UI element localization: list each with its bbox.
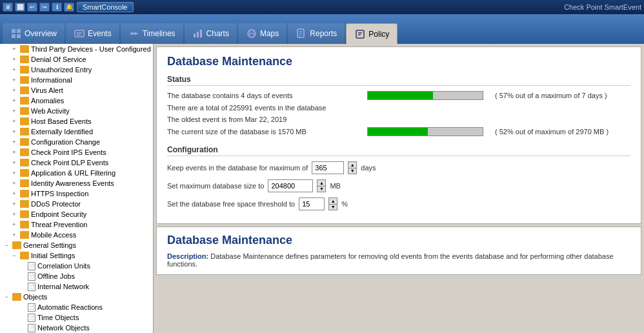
sidebar-item-virus-alert[interactable]: + Virus Alert (0, 85, 153, 96)
folder-icon (20, 97, 29, 105)
expand-icon: + (10, 76, 18, 84)
sidebar-item-correlation-units[interactable]: 📄 Correlation Units (0, 261, 153, 271)
sidebar-item-config-change[interactable]: + Configuration Change (0, 137, 153, 147)
tab-timelines[interactable]: Timelines (121, 23, 183, 44)
sidebar-item-threat[interactable]: + Threat Prevention (0, 219, 153, 230)
status-text-3: The oldest event is from Mar 22, 2019 (167, 116, 361, 123)
title-bar-left: 🖥 ⬜ ↩ ↪ ℹ 🔔 SmartConsole (3, 2, 134, 12)
size-spinner-down[interactable]: ▼ (317, 187, 325, 192)
smartconsole-button[interactable]: SmartConsole (77, 2, 134, 12)
tab-overview[interactable]: Overview (3, 23, 65, 44)
progress-fill-2 (368, 128, 428, 136)
sidebar-item-denial[interactable]: + Denial Of Service (0, 54, 153, 65)
sidebar: + Third Party Devices - User Configured … (0, 44, 154, 333)
tab-maps-label: Maps (260, 29, 279, 38)
sidebar-item-offline-jobs[interactable]: 📄 Offline Jobs (0, 271, 153, 281)
tab-events[interactable]: Events (66, 23, 119, 44)
folder-icon (20, 159, 29, 166)
config-input-threshold[interactable] (299, 197, 325, 210)
sidebar-item-label: Check Point IPS Events (31, 148, 106, 156)
sidebar-item-unauthorized[interactable]: + Unauthorized Entry (0, 65, 153, 75)
expand-icon (18, 262, 26, 270)
expand-icon: + (10, 97, 18, 105)
nav-bar: Overview Events Timelines Charts Maps Re… (0, 14, 644, 44)
sidebar-item-internal-network[interactable]: 📄 Internal Network (0, 281, 153, 292)
sidebar-item-label: Configuration Change (31, 138, 100, 146)
sidebar-item-label: Externally Identified (31, 128, 93, 136)
sidebar-item-label: Host Based Events (31, 117, 92, 125)
tab-maps[interactable]: Maps (238, 23, 287, 44)
sidebar-item-web-activity[interactable]: + Web Activity (0, 106, 153, 116)
doc-icon: 📄 (28, 303, 35, 312)
folder-icon (20, 179, 29, 187)
config-input-size[interactable] (268, 179, 313, 192)
sidebar-item-label: Initial Settings (31, 252, 75, 259)
sidebar-item-time-objects[interactable]: 📄 Time Objects (0, 312, 153, 323)
sidebar-item-label: Time Objects (37, 314, 79, 321)
tab-charts[interactable]: Charts (185, 23, 237, 44)
sidebar-item-https[interactable]: + HTTPS Inspection (0, 188, 153, 199)
sidebar-item-mobile[interactable]: + Mobile Access (0, 230, 153, 240)
tab-policy[interactable]: Policy (346, 23, 397, 44)
content-scroll[interactable]: Database Maintenance Status The database… (154, 44, 644, 333)
sidebar-section-objects[interactable]: − Objects (0, 292, 153, 302)
title-bar: 🖥 ⬜ ↩ ↪ ℹ 🔔 SmartConsole Check Point Sma… (0, 0, 644, 14)
expand-icon: + (10, 45, 18, 53)
expand-icon: + (10, 128, 18, 136)
expand-icon: + (10, 179, 18, 187)
sidebar-item-third-party[interactable]: + Third Party Devices - User Configured … (0, 44, 153, 54)
sidebar-item-label: Application & URL Filtering (31, 169, 116, 177)
config-row-2: Set maximum database size to ▲ ▼ MB (167, 179, 630, 192)
config-suffix-3: % (341, 200, 348, 208)
status-row-3: The oldest event is from Mar 22, 2019 (167, 116, 630, 123)
threshold-spinner: ▲ ▼ (328, 197, 337, 210)
tb-icon-4[interactable]: ℹ (52, 3, 62, 12)
days-spinner-up[interactable]: ▲ (348, 162, 356, 168)
sidebar-item-app-url[interactable]: + Application & URL Filtering (0, 168, 153, 178)
sidebar-item-checkpoint-dlp[interactable]: + Check Point DLP Events (0, 157, 153, 168)
threshold-spinner-up[interactable]: ▲ (329, 198, 337, 205)
tb-icon-2[interactable]: ↩ (27, 3, 37, 12)
sidebar-item-checkpoint-ips[interactable]: + Check Point IPS Events (0, 147, 153, 157)
folder-icon (20, 128, 29, 136)
sidebar-item-externally-identified[interactable]: + Externally Identified (0, 126, 153, 137)
svg-rect-12 (200, 30, 202, 37)
config-prefix-2: Set maximum database size to (167, 182, 264, 190)
tb-icon-3[interactable]: ↪ (39, 3, 50, 12)
sidebar-item-automatic-reactions[interactable]: 📄 Automatic Reactions (0, 302, 153, 312)
progress-label-2: ( 52% out of maximum of 2970 MB ) (495, 128, 609, 136)
sidebar-item-endpoint[interactable]: + Endpoint Security (0, 209, 153, 219)
desc-text: Database Maintenance defines parameters … (167, 252, 614, 268)
database-maintenance-panel: Database Maintenance Status The database… (156, 46, 641, 224)
desc-label: Description: (167, 252, 208, 260)
folder-icon (20, 56, 29, 63)
expand-icon: + (10, 107, 18, 115)
sidebar-section-general[interactable]: − General Settings (0, 240, 153, 250)
threshold-spinner-down[interactable]: ▼ (329, 205, 337, 210)
svg-rect-1 (17, 29, 21, 33)
sidebar-item-initial-settings[interactable]: − Initial Settings (0, 250, 153, 261)
folder-icon (20, 200, 29, 208)
config-input-days[interactable] (312, 161, 344, 174)
folder-icon (20, 117, 29, 125)
doc-icon: 📄 (28, 272, 35, 281)
desc-title: Database Maintenance (167, 234, 630, 247)
size-spinner-up[interactable]: ▲ (317, 180, 325, 187)
expand-icon: + (10, 169, 18, 177)
sidebar-item-label: Endpoint Security (31, 210, 86, 218)
days-spinner-down[interactable]: ▼ (348, 168, 356, 174)
section-folder-icon (12, 293, 21, 301)
expand-icon: + (10, 66, 18, 74)
sidebar-item-network-objects[interactable]: 📄 Network Objects (0, 323, 153, 333)
sidebar-item-informational[interactable]: + Informational (0, 75, 153, 85)
tb-icon-5[interactable]: 🔔 (64, 3, 74, 12)
main-layout: + Third Party Devices - User Configured … (0, 44, 644, 333)
sidebar-item-identity-awareness[interactable]: + Identity Awareness Events (0, 178, 153, 188)
maps-icon (246, 28, 257, 39)
cp-brand: Check Point SmartEvent (564, 3, 641, 11)
tb-icon-1[interactable]: ⬜ (15, 3, 25, 12)
sidebar-item-host-based[interactable]: + Host Based Events (0, 116, 153, 126)
tab-reports[interactable]: Reports (288, 23, 345, 44)
sidebar-item-ddos[interactable]: + DDoS Protector (0, 199, 153, 209)
sidebar-item-anomalies[interactable]: + Anomalies (0, 96, 153, 106)
